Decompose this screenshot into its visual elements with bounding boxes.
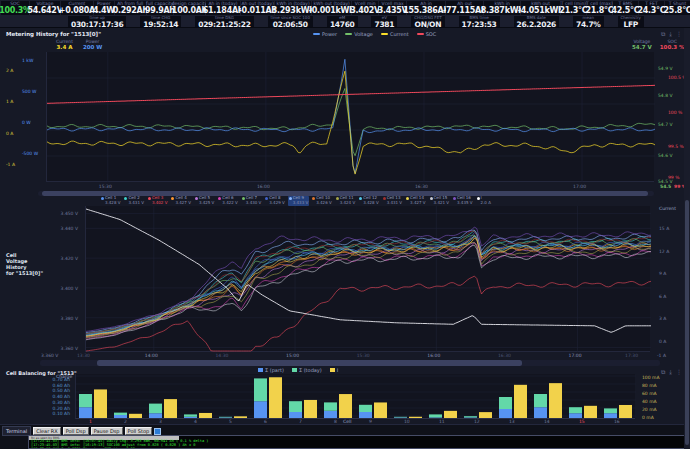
cell-legend-item-7[interactable]: Cell 73.430 V: [241, 196, 262, 206]
cell-legend-item-14[interactable]: Cell 143.427 V: [405, 196, 426, 206]
cell-legend-item-6[interactable]: Cell 63.422 V: [217, 196, 238, 206]
cell-legend-item-1[interactable]: Cell 13.428 V: [100, 196, 121, 206]
legend-item-current[interactable]: I2.0 A: [476, 196, 492, 206]
legend-swatch: [359, 197, 362, 200]
axis-tick: 80 mA: [642, 383, 657, 388]
axis-tick: 3.380 V: [61, 316, 78, 321]
legend-item-power[interactable]: Power: [313, 31, 337, 37]
cell-balancing-chart-canvas[interactable]: [75, 374, 635, 419]
status-value: 4.4W: [93, 6, 115, 15]
terminal-console[interactable]: Rx as seen by BMS [17:23:41.03] BMS info…: [28, 435, 686, 449]
axis-tick: 2 A: [6, 68, 13, 73]
status-value: 100.3%: [0, 6, 31, 15]
bar-today-cell-12: [464, 416, 477, 417]
bar-today-cell-13: [499, 397, 512, 409]
status-row-primary: SOC100.3%Voltage54.642VCurrent+0.080APow…: [0, 0, 690, 15]
cell-legend-item-15[interactable]: Cell 153.421 V: [429, 196, 450, 206]
axis-tick: 9 A: [659, 271, 666, 276]
axis-tick: 54.7 V: [658, 122, 673, 127]
axis-tick: 3.440 V: [61, 226, 78, 231]
terminal-tab[interactable]: Terminal: [2, 426, 31, 436]
status-field-bms-time: BMS time17:23:53: [459, 16, 500, 27]
bar-today-cell-14: [534, 394, 547, 407]
axis-end-current: -1 A: [657, 353, 666, 358]
axis-tick: 0 A: [659, 339, 666, 344]
cell-voltage-legend: Cell 13.428 VCell 23.431 VCell 33.402 VC…: [100, 196, 668, 206]
cell-legend-item-3[interactable]: Cell 33.402 V: [147, 196, 168, 206]
cell-legend-item-5[interactable]: Cell 53.425 V: [194, 196, 215, 206]
cell-voltage-value: 3.429 V: [269, 201, 284, 206]
metering-x-axis: 15:3016:0016:3017:0054.599 %: [46, 183, 686, 190]
status-field-t-bms: T BMS42.5°C: [613, 1, 638, 15]
status-value: 24.3°C: [638, 6, 666, 15]
status-value: -0.001kWh: [309, 6, 355, 15]
vertical-scrollbar[interactable]: [684, 28, 690, 449]
axis-end-voltage: 54.5: [660, 184, 671, 189]
legend-item-current[interactable]: Current: [381, 31, 409, 37]
cell-legend-item-8[interactable]: Cell 83.429 V: [264, 196, 285, 206]
bar-today-cell-2: [114, 413, 127, 415]
bar-today-cell-6: [254, 378, 267, 401]
bar-current-cell-14: [549, 383, 562, 418]
cell-voltage-chart-canvas[interactable]: [85, 206, 650, 352]
legend-item-part[interactable]: Σ (part): [258, 367, 284, 373]
metering-readout-right: Voltage 54.7 V SOC 100.3 %: [632, 39, 685, 50]
status-bar: SOC100.3%Voltage54.642VCurrent+0.080APow…: [0, 0, 690, 28]
bar-part-cell-3: [149, 413, 162, 418]
legend-swatch: [258, 368, 263, 372]
cell-legend-item-13[interactable]: Cell 133.431 V: [382, 196, 403, 206]
metering-readout-left: Current 3.4 A Power 200 W: [56, 39, 102, 50]
bar-current-cell-7: [304, 400, 317, 418]
cell-voltage-value: 3.421 V: [434, 201, 449, 206]
terminal-button-poll-dsp[interactable]: Poll Dsp: [63, 427, 89, 435]
bar-part-cell-5: [219, 417, 232, 418]
copy-icon[interactable]: ⧉: [661, 30, 665, 37]
vertical-scrollbar-thumb[interactable]: [685, 200, 689, 445]
bar-today-cell-4: [184, 414, 197, 416]
legend-item-today[interactable]: Σ (today): [292, 367, 322, 373]
cell-legend-item-12[interactable]: Cell 123.428 V: [358, 196, 379, 206]
cell-legend-item-2[interactable]: Cell 23.431 V: [123, 196, 144, 206]
axis-tick: 16:00: [427, 353, 440, 358]
terminal-button-poll-stop[interactable]: Poll Stop: [125, 427, 153, 435]
legend-item-i[interactable]: I: [330, 367, 338, 373]
cell-legend-item-10[interactable]: Cell 103.426 V: [311, 196, 332, 206]
cell-balancing-left-axis: 0.70 Ah0.60 Ah0.50 Ah0.40 Ah0.30 Ah0.20 …: [38, 379, 72, 419]
save-icon[interactable]: ⤓: [669, 30, 672, 37]
axis-tick: 54.6 V: [658, 153, 673, 158]
terminal-button-pause-dsp[interactable]: Pause Dsp: [91, 427, 123, 435]
cell-legend-item-16[interactable]: Cell 163.435 V: [452, 196, 473, 206]
status-field-kwh-out: kWh out-4.051kWh: [521, 1, 560, 15]
bar-current-cell-12: [479, 412, 492, 418]
bar-today-cell-1: [79, 394, 92, 407]
legend-label: SOC: [426, 31, 437, 37]
terminal-checkbox[interactable]: [154, 428, 161, 435]
bar-current-cell-8: [339, 394, 352, 418]
metering-chart-canvas[interactable]: [46, 52, 654, 182]
bar-part-cell-7: [289, 412, 302, 418]
status-field-soc: SOC100.3%: [1, 1, 29, 15]
axis-tick: 0 mA: [642, 415, 654, 420]
status-field-time-chg: time CHG19:52:14: [140, 16, 181, 27]
cell-legend-item-9[interactable]: Cell 93.433 V: [288, 196, 309, 206]
bar-part-cell-15: [569, 413, 582, 418]
status-field-design-capacity: design capacity100.0Ah: [174, 1, 205, 15]
axis-tick: 3.360 V: [61, 346, 78, 351]
legend-item-soc[interactable]: SOC: [417, 31, 437, 37]
readout-current-value: 3.4 A: [56, 44, 72, 50]
status-field-vcell-min: Vcell min3.402V: [352, 1, 378, 15]
legend-swatch: [101, 197, 104, 200]
status-value: 21.3°C: [560, 6, 588, 15]
terminal-button-clear-rx[interactable]: Clear RX: [33, 427, 61, 435]
metering-left-axis: 1 kW2 A500 W1 A0 W0 A-500 W-1 A: [0, 52, 44, 182]
bar-today-cell-15: [569, 407, 582, 413]
menu-icon[interactable]: ⋮: [676, 30, 682, 37]
axis-tick: 15:00: [286, 353, 299, 358]
axis-tick-minor: 14:30: [215, 353, 228, 358]
bar-part-cell-12: [464, 417, 477, 418]
cell-legend-item-4[interactable]: Cell 43.427 V: [170, 196, 191, 206]
cell-voltage-value: 3.431 V: [128, 201, 143, 206]
legend-swatch: [265, 197, 268, 200]
cell-legend-item-11[interactable]: Cell 113.424 V: [335, 196, 356, 206]
legend-item-voltage[interactable]: Voltage: [345, 31, 373, 37]
